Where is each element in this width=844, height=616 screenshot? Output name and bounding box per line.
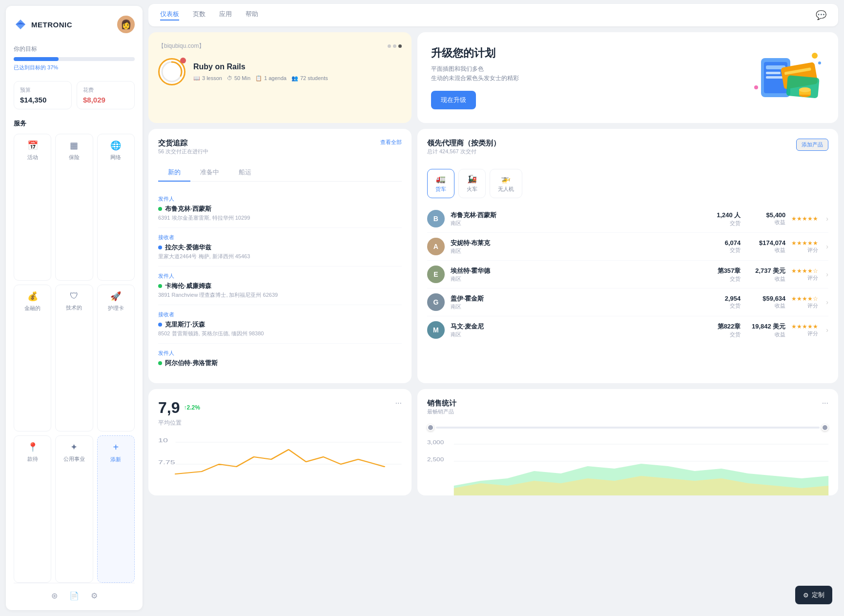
services-title: 服务 [14,119,135,128]
service-item-insurance[interactable]: ▦ 保险 [55,134,93,281]
slider-track[interactable] [436,427,820,429]
service-item-nursing[interactable]: 🚀 护理卡 [97,285,135,431]
agent-stars-4: ★★★★★ [791,323,818,330]
delivery-role-0: 发件人 [158,195,402,203]
service-item-hospitality[interactable]: 📍 款待 [14,435,51,583]
agents-list: B 布鲁克林·西蒙斯 南区 1,240 人 交货 $5,400 收益 ★★★★ [427,205,828,344]
range-slider[interactable] [427,424,828,431]
agent-rating-3: ★★★★☆ 评分 [791,295,818,309]
delivery-card-header: 交货追踪 56 次交付正在进行中 查看全部 [158,139,402,162]
agent-region-0: 南区 [451,220,700,227]
avg-more-icon[interactable]: ··· [395,399,402,408]
agent-arrow-2[interactable]: › [826,270,828,278]
delivery-addr-3: 8502 普雷斯顿路, 英格尔伍德, 缅因州 98380 [158,330,402,337]
agent-row-0: B 布鲁克林·西蒙斯 南区 1,240 人 交货 $5,400 收益 ★★★★ [427,205,828,233]
agent-avatar-4: M [427,321,445,339]
time-icon: ⏱ [227,75,232,81]
sales-header: 销售统计 最畅销产品 ··· [427,399,828,422]
tab-preparing[interactable]: 准备中 [190,164,229,182]
agent-avatar-3: G [427,293,445,311]
agent-info-4: 马文·麦金尼 南区 [451,322,700,338]
service-item-activity[interactable]: 📅 活动 [14,134,51,281]
sidebar: METRONIC 👩 你的目标 已达到目标的 37% 预算 $14,350 花费… [6,6,143,610]
agent-row-1: A 安妮特·布莱克 南区 6,074 交货 $174,074 收益 ★★★★★ [427,233,828,261]
slider-thumb-right[interactable] [822,424,828,431]
layers-icon[interactable]: ⊛ [51,591,58,600]
delivery-subtitle: 56 次交付正在进行中 [158,148,208,155]
status-dot-2 [158,284,162,288]
meta-agenda: 📋 1 agenda [255,75,287,82]
service-label-hospitality: 款待 [27,455,38,463]
agent-money-2: 2,737 美元 收益 [746,267,785,283]
status-dot-0 [158,207,162,211]
nav-help[interactable]: 帮助 [246,10,258,21]
agent-info-3: 盖伊·霍金斯 南区 [451,294,700,310]
service-item-tech[interactable]: 🛡 技术的 [55,285,93,431]
svg-text:7.75: 7.75 [158,460,175,465]
customize-button[interactable]: ⚙ 定制 [795,586,832,604]
progress-label: 已达到目标的 37% [14,64,135,71]
service-item-public[interactable]: ✦ 公用事业 [55,435,93,583]
agent-region-1: 南区 [451,247,700,255]
agent-info-1: 安妮特·布莱克 南区 [451,239,700,255]
view-all-link[interactable]: 查看全部 [380,139,402,146]
agent-rating-4: ★★★★★ 评分 [791,323,818,337]
delivery-role-4: 发件人 [158,349,402,357]
sidebar-header: METRONIC 👩 [14,16,135,33]
svg-rect-6 [766,76,783,79]
agent-arrow-1[interactable]: › [826,243,828,250]
agent-stat-0: 1,240 人 交货 [706,211,741,227]
agent-arrow-4[interactable]: › [826,326,828,334]
agent-arrow-0[interactable]: › [826,215,828,223]
row2-grid: 交货追踪 56 次交付正在进行中 查看全部 新的 准备中 船运 发件人 布鲁克林… [148,129,838,383]
chat-icon[interactable]: 💬 [816,10,826,21]
avg-value: 7,9 ↑2.2% [158,399,200,417]
agent-row-3: G 盖伊·霍金斯 南区 2,954 交货 $59,634 收益 ★★★★☆ [427,288,828,316]
meta-students: 👥 72 students [291,75,328,82]
slider-thumb-left[interactable] [427,424,434,431]
agent-stars-2: ★★★★☆ [791,267,818,274]
network-icon: 🌐 [110,140,121,151]
row3-grid: 7,9 ↑2.2% 平均位置 ··· 10 7.75 [148,389,838,495]
tab-shipping[interactable]: 船运 [229,164,261,182]
avg-change: ↑2.2% [184,404,200,411]
logo-icon [14,18,27,31]
upgrade-title: 升级您的计划 [431,46,519,61]
sales-more-icon[interactable]: ··· [822,399,828,408]
agent-tab-drone[interactable]: 🚁 无人机 [490,169,522,198]
delivery-title-group: 交货追踪 56 次交付正在进行中 [158,139,208,162]
gear-icon[interactable]: ⚙ [91,591,98,600]
agent-arrow-3[interactable]: › [826,298,828,306]
agent-info-2: 埃丝特·霍华德 南区 [451,267,700,283]
circle-svg [160,60,184,84]
doc-icon[interactable]: 📄 [69,591,79,600]
nav-apps[interactable]: 应用 [219,10,232,21]
course-meta: 📖 3 lesson ⏱ 50 Min 📋 1 agenda 👥 [193,75,402,82]
insurance-icon: ▦ [70,140,78,151]
add-icon: + [113,442,119,453]
delivery-role-3: 接收者 [158,311,402,318]
agent-stars-1: ★★★★★ [791,240,818,246]
budget-label: 预算 [20,86,65,94]
nav-dashboard[interactable]: 仪表板 [160,10,179,21]
meta-time: ⏱ 50 Min [227,75,250,82]
logo: METRONIC [14,18,72,31]
agent-tab-train[interactable]: 🚂 火车 [458,169,486,198]
delivery-addr-2: 3891 Ranchview 理查森博士, 加利福尼亚州 62639 [158,291,402,299]
tab-new[interactable]: 新的 [158,164,190,182]
user-avatar[interactable]: 👩 [117,16,135,33]
service-item-network[interactable]: 🌐 网络 [97,134,135,281]
upgrade-button[interactable]: 现在升级 [431,91,476,109]
sales-title-group: 销售统计 最畅销产品 [427,399,456,422]
nav-pages[interactable]: 页数 [193,10,206,21]
service-item-finance[interactable]: 💰 金融的 [14,285,51,431]
activity-icon: 📅 [27,140,38,151]
add-product-button[interactable]: 添加产品 [796,139,828,151]
agent-tab-truck[interactable]: 🚛 货车 [427,169,454,198]
course-dots [388,44,402,48]
agent-money-0: $5,400 收益 [746,211,785,226]
service-item-add[interactable]: + 添新 [97,435,135,583]
agent-region-2: 南区 [451,275,700,283]
finance-icon: 💰 [27,291,38,302]
svg-text:10: 10 [158,438,168,443]
